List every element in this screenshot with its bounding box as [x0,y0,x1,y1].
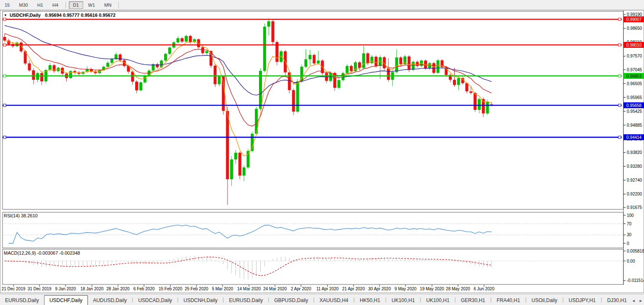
macd-axis-label: 0.005818 [627,249,644,253]
chart-tab-fra40-h1[interactable]: FRA40,H1 [492,296,525,305]
timeframe-button-h1[interactable]: H1 [33,1,47,9]
price-axis-label: 0.94885 [627,123,642,128]
candle-body [164,54,167,60]
chart-tab-hk50-h1[interactable]: HK50,H1 [355,296,385,305]
candle-body [267,21,270,27]
chart-tab-eurusd-daily[interactable]: EURUSD,Daily [0,296,44,305]
level-handle-left[interactable] [3,104,6,107]
chart-tab-usdjpy-h1[interactable]: USDJPY,H1 [564,296,601,305]
level-handle-left[interactable] [3,44,6,46]
candle-body [3,37,6,41]
tab-scroll-right-icon[interactable]: ► [639,299,643,303]
timeframe-button-15[interactable]: 15 [0,1,14,9]
candle-body [185,36,188,42]
candle-body [395,57,398,72]
chart-tab-xauusd-h4[interactable]: XAUUSD,H4 [314,296,353,305]
chart-tab-bar: EURUSD,DailyUSDCHF,DailyAUDUSD,Daily|USD… [0,294,644,305]
candle-body [469,91,472,93]
level-handle-left[interactable] [3,75,6,77]
chart-tab-dj30-h1[interactable]: DJ30,H1 [602,296,632,305]
date-axis-label: 19 May 2020 [420,287,444,291]
price-axis-label: 0.95425 [627,109,642,114]
candle-body [350,66,353,71]
date-axis-label: 6 Feb 2020 [134,287,155,291]
candle-body [271,21,274,42]
candle-body [181,38,183,42]
level-handle-right[interactable] [618,75,621,77]
main-pane [3,11,623,209]
chart-ohlc-values: 0.95694 0.95777 0.95616 0.95672 [45,13,115,18]
candle-body [243,167,246,176]
rsi-axis-label: 0 [627,241,629,246]
candle-body [189,36,192,42]
candle-body [399,57,402,64]
price-axis-label: 0.91675 [627,205,642,210]
chart-window: 0.991900.986500.981100.975700.970450.965… [0,10,644,293]
level-handle-left[interactable] [3,18,6,21]
timeframe-button-m30[interactable]: M30 [15,1,32,9]
date-axis-label: 28 May 2020 [446,287,470,291]
chart-tab-eurusd-daily[interactable]: EURUSD,Daily [224,296,268,305]
candle-body [214,66,217,84]
price-axis-label: 0.99190 [627,12,642,17]
price-axis-label: 0.97570 [627,54,642,58]
candle-body [251,134,254,151]
candle-body [106,63,109,67]
candle-body [296,81,299,112]
chart-tab-gbpusd-daily[interactable]: GBPUSD,Daily [269,296,313,305]
macd-indicator-label: MACD(12,26,9) -0.003067 -0.002348 [4,250,80,255]
date-axis-label: 21 Dec 2019 [2,287,26,291]
chart-tab-uk100-h1[interactable]: UK100,H1 [387,296,420,305]
chevron-down-icon[interactable]: ▼ [4,13,7,17]
date-axis-label: 21 Apr 2020 [342,287,365,291]
candle-body [226,111,229,179]
candle-body [40,73,43,81]
chart-tab-usdcnh-daily[interactable]: USDCNH,Daily [178,296,223,305]
chart-tab-ger30-h1[interactable]: GER30,H1 [456,296,490,305]
price-axis-label: 0.95965 [627,95,642,100]
price-badge-label: 0.96803 [626,74,642,78]
candle-body [309,55,312,59]
date-axis-label: 5 Mar 2020 [212,287,233,291]
level-handle-right[interactable] [618,18,621,21]
mt4-window: 15M30H1H4D1W1MN 0.991900.986500.981100.9… [0,0,644,305]
date-axis-label: 25 Feb 2020 [185,287,209,291]
chart-tab-uk100-h1[interactable]: UK100,H1 [421,296,454,305]
macd-pane [3,249,623,284]
timeframe-button-d1[interactable]: D1 [69,1,83,9]
level-handle-right[interactable] [618,136,621,138]
rsi-axis-label: 30 [627,232,632,237]
date-axis-label: 2 Apr 2020 [291,287,312,291]
chart-tab-usdchf-daily[interactable]: USDCHF,Daily [44,295,88,305]
candle-body [338,80,340,88]
candle-body [238,153,241,175]
price-axis-label: 0.97045 [627,68,642,72]
candle-body [168,47,171,54]
tab-scroll-left-icon[interactable]: ◄ [632,299,636,303]
candle-body [234,153,237,159]
timeframe-button-w1[interactable]: W1 [84,1,99,9]
candle-body [374,57,377,66]
candle-body [135,82,138,91]
toolbar-separator [118,2,119,8]
chart-tab-audusd-daily[interactable]: AUDUSD,Daily [88,296,132,305]
timeframe-button-h4[interactable]: H4 [48,1,63,9]
level-handle-right[interactable] [618,104,621,107]
level-handle-right[interactable] [618,44,621,46]
level-handle-left[interactable] [3,136,6,138]
timeframe-button-mn[interactable]: MN [100,1,115,9]
date-axis-label: 14 Mar 2020 [237,287,261,291]
chart-tab-usoil-daily[interactable]: USOil,Daily [526,296,562,305]
date-axis-label: 30 Apr 2020 [368,287,391,291]
chart-tab-usdcad-daily[interactable]: USDCAD,Daily [133,296,177,305]
candle-body [176,38,179,42]
candle-body [437,60,440,73]
price-axis-label: 0.98650 [627,26,642,31]
price-badge-label: 0.98010 [626,43,642,47]
price-axis-label: 0.93280 [627,164,642,169]
date-axis-label: 15 Feb 2020 [159,287,183,291]
candle-body [115,55,118,59]
candle-body [367,53,369,63]
candle-body [110,59,113,63]
candle-body [346,66,348,73]
